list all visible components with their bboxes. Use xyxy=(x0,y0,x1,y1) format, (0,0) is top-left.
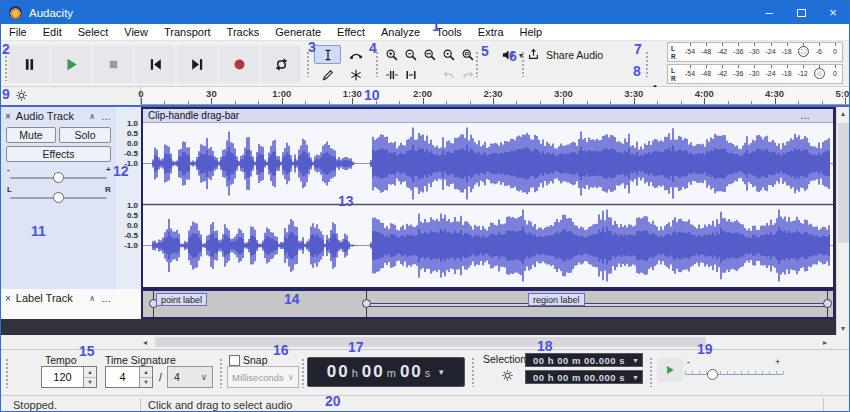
menu-generate[interactable]: Generate xyxy=(267,26,329,38)
menu-analyze[interactable]: Analyze xyxy=(373,26,428,38)
tempo-spinner[interactable]: 120 ▲▼ xyxy=(41,366,97,388)
pan-slider-thumb[interactable] xyxy=(53,192,64,203)
menu-help[interactable]: Help xyxy=(512,26,551,38)
menu-view[interactable]: View xyxy=(116,26,156,38)
zoom-selection-button[interactable] xyxy=(421,45,439,64)
selection-end-field[interactable]: 00 h 00 m 00.000 s ▼ xyxy=(525,370,643,384)
record-button[interactable] xyxy=(219,45,259,83)
audio-track-menu-icon[interactable]: … xyxy=(101,111,112,122)
audio-track-title[interactable]: Audio Track xyxy=(16,110,89,122)
play-button[interactable] xyxy=(51,45,91,83)
play-speed-slider-thumb[interactable] xyxy=(707,369,718,380)
selection-gear-icon[interactable] xyxy=(501,369,514,382)
undo-button[interactable] xyxy=(440,65,458,84)
tempo-down-icon[interactable]: ▼ xyxy=(84,378,96,388)
maximize-button[interactable] xyxy=(785,1,817,24)
ts-down-icon[interactable]: ▼ xyxy=(140,378,152,388)
loop-button[interactable] xyxy=(261,45,301,83)
time-digits[interactable]: 00 xyxy=(362,362,385,382)
vertical-scale-ruler[interactable]: 1.00.50.0-0.5-1.01.00.50.0-0.5-1.0 xyxy=(116,107,141,289)
selection-toolbar-grip[interactable] xyxy=(471,357,476,387)
menu-effect[interactable]: Effect xyxy=(329,26,373,38)
mute-button[interactable]: Mute xyxy=(6,127,56,143)
silence-audio-button[interactable] xyxy=(402,65,420,84)
skip-to-start-button[interactable] xyxy=(135,45,175,83)
trim-audio-button[interactable] xyxy=(383,65,401,84)
time-digits[interactable]: 00 xyxy=(400,362,423,382)
region-start-marker[interactable] xyxy=(362,299,371,308)
horizontal-scrollbar-thumb[interactable] xyxy=(155,337,706,347)
label-track-lane[interactable]: point labelregion label xyxy=(141,289,835,319)
point-label[interactable]: point label xyxy=(156,293,207,306)
solo-button[interactable]: Solo xyxy=(59,127,111,143)
label-track-close-icon[interactable]: × xyxy=(5,293,11,304)
play-at-speed-button[interactable] xyxy=(657,358,683,382)
audio-track-close-icon[interactable]: × xyxy=(5,111,11,122)
menu-select[interactable]: Select xyxy=(70,26,117,38)
audio-position-display[interactable]: 00h00m00s▼ xyxy=(307,357,465,387)
audio-setup-grip[interactable] xyxy=(475,51,480,77)
meter-toolbar-grip[interactable] xyxy=(645,51,650,77)
menu-extra[interactable]: Extra xyxy=(470,26,512,38)
minimize-button[interactable]: – xyxy=(753,1,785,24)
meter-tick xyxy=(690,65,691,68)
zoom-out-button[interactable] xyxy=(402,45,420,64)
share-audio-button[interactable]: Share Audio xyxy=(527,45,631,64)
effects-button[interactable]: Effects xyxy=(6,146,111,162)
time-format-chevron-icon[interactable]: ▼ xyxy=(437,368,445,377)
draw-tool-button[interactable] xyxy=(314,65,341,84)
play-speed-slider[interactable] xyxy=(685,374,783,375)
playback-meter[interactable]: LR-54-48-42-36-30-24-18-12-60 xyxy=(667,64,843,84)
share-toolbar-grip[interactable] xyxy=(521,51,526,77)
audio-clip-area[interactable]: Clip-handle drag-bar … xyxy=(141,107,835,289)
zoom-in-button[interactable] xyxy=(383,45,401,64)
play-at-speed-grip[interactable] xyxy=(649,357,654,387)
clip-menu-icon[interactable]: … xyxy=(800,110,811,121)
vertical-scrollbar[interactable]: ▴ ▾ xyxy=(836,107,850,335)
selection-start-field[interactable]: 00 h 00 m 00.000 s ▼ xyxy=(525,353,643,367)
time-toolbar-grip[interactable] xyxy=(301,358,306,388)
time-signature-toolbar-grip[interactable] xyxy=(5,358,10,388)
region-end-marker[interactable] xyxy=(823,299,832,308)
tempo-up-icon[interactable]: ▲ xyxy=(84,367,96,378)
label-track-collapse-icon[interactable]: ∧ xyxy=(89,294,95,303)
pause-button[interactable] xyxy=(9,45,49,83)
close-button[interactable]: × xyxy=(817,1,849,24)
snap-toolbar-grip[interactable] xyxy=(219,358,224,388)
audio-track-collapse-icon[interactable]: ∧ xyxy=(89,112,95,121)
menu-tracks[interactable]: Tracks xyxy=(219,26,268,38)
zoom-toggle-button[interactable] xyxy=(440,45,458,64)
meter-slider-thumb[interactable] xyxy=(814,68,825,79)
snap-mode-dropdown[interactable]: Milliseconds ∨ xyxy=(227,366,299,388)
gain-slider-thumb[interactable] xyxy=(53,172,64,183)
region-label[interactable]: region label xyxy=(528,293,585,306)
ts-lower-dropdown[interactable]: 4 ∨ xyxy=(167,366,213,388)
recording-meter[interactable]: LR-54-48-42-36-30-24-18-12-60 xyxy=(667,42,843,62)
timeline-ruler[interactable]: 0301:001:302:002:303:003:304:004:305:00 xyxy=(141,87,850,105)
stop-button[interactable] xyxy=(93,45,133,83)
multi-tool-button[interactable] xyxy=(342,65,369,84)
snap-checkbox[interactable] xyxy=(229,355,240,366)
menu-transport[interactable]: Transport xyxy=(156,26,219,38)
timeline-gear-icon[interactable] xyxy=(15,89,28,102)
menu-file[interactable]: File xyxy=(1,26,35,38)
selection-tool-button[interactable] xyxy=(314,45,341,64)
scroll-right-icon[interactable]: ▸ xyxy=(823,338,827,347)
time-digits[interactable]: 00 xyxy=(327,362,350,382)
vertical-scrollbar-thumb[interactable] xyxy=(838,123,850,243)
ts-up-icon[interactable]: ▲ xyxy=(140,367,152,378)
skip-to-end-button[interactable] xyxy=(177,45,217,83)
meter-slider-thumb[interactable] xyxy=(798,46,809,57)
region-label-span[interactable] xyxy=(366,303,827,307)
menu-edit[interactable]: Edit xyxy=(35,26,70,38)
scroll-up-icon[interactable]: ▴ xyxy=(841,109,845,118)
label-track-title[interactable]: Label Track xyxy=(16,292,89,304)
envelope-tool-button[interactable] xyxy=(342,45,369,64)
scroll-left-icon[interactable]: ◂ xyxy=(143,338,147,347)
ts-upper-spinner[interactable]: 4 ▲▼ xyxy=(105,366,153,388)
clip-handle-drag-bar[interactable]: Clip-handle drag-bar … xyxy=(143,109,833,123)
scroll-down-icon[interactable]: ▾ xyxy=(841,324,845,333)
titlebar[interactable]: Audacity – × xyxy=(1,1,849,24)
label-track-menu-icon[interactable]: … xyxy=(101,293,112,304)
stereo-waveform[interactable] xyxy=(143,123,833,287)
